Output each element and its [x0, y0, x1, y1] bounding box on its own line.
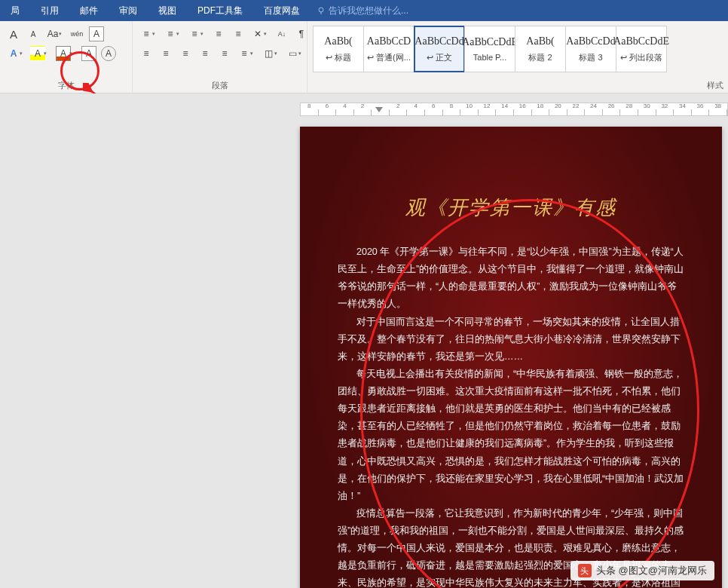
- paragraph-group: ≡▾ ≡▾ ≡▾ ≡ ≡ ✕▾ A↓ ¶ ≡ ≡ ≡ ≡ ≡ ≡▾ ◫▾ ▭▾ …: [133, 21, 307, 93]
- sort-button[interactable]: A↓: [274, 26, 289, 41]
- grow-font-button[interactable]: A: [6, 26, 21, 41]
- increase-indent-button[interactable]: ≡: [231, 26, 246, 41]
- bullets-button[interactable]: ≡▾: [139, 26, 158, 41]
- decrease-indent-button[interactable]: ≡: [211, 26, 226, 41]
- watermark: 头 头条 @图文@河南龙网乐: [570, 561, 714, 580]
- show-marks-button[interactable]: ¶: [294, 26, 309, 41]
- line-spacing-button[interactable]: ≡▾: [237, 46, 256, 61]
- distribute-button[interactable]: ≡: [217, 46, 232, 61]
- font-group-label: 字体: [0, 80, 132, 91]
- svg-point-0: [319, 8, 323, 12]
- tab-baidu-netdisk[interactable]: 百度网盘: [253, 0, 310, 21]
- watermark-text: 头条 @图文@河南龙网乐: [596, 564, 707, 577]
- indent-marker-icon[interactable]: [375, 107, 383, 112]
- style-item[interactable]: AaBbCcD↩ 普通(网...: [363, 26, 414, 72]
- style-item[interactable]: AaBbCcDdETable P...: [464, 26, 515, 72]
- toutiao-logo-icon: 头: [578, 564, 592, 577]
- align-left-button[interactable]: ≡: [139, 46, 154, 61]
- tab-review[interactable]: 审阅: [109, 0, 148, 21]
- shading-button[interactable]: ◫▾: [261, 46, 280, 61]
- dropdown-icon: ▾: [59, 31, 65, 37]
- highlight-button[interactable]: A▾: [30, 46, 50, 61]
- document-canvas: 86422468101214161820222426283032343638 ⚓…: [0, 93, 728, 588]
- document-title[interactable]: 观《开学第一课》有感: [338, 194, 684, 221]
- style-item[interactable]: AaBbCcDd标题 3: [565, 26, 616, 72]
- styles-group-label: 样式: [307, 80, 728, 91]
- style-item[interactable]: AaBbCcDd↩ 正文: [414, 26, 465, 72]
- phonetic-guide-button[interactable]: wén: [69, 26, 84, 41]
- ribbon: A A Aa▾ wén A A▾ A▾ A▾ A A 字体 ≡▾ ≡▾ ≡▾ ≡…: [0, 21, 728, 93]
- align-right-button[interactable]: ≡: [178, 46, 193, 61]
- tab-mailings[interactable]: 邮件: [69, 0, 109, 21]
- style-item[interactable]: AaBbCcDdE↩ 列出段落: [616, 26, 667, 72]
- text-effects-button[interactable]: A▾: [6, 46, 26, 61]
- numbering-button[interactable]: ≡▾: [163, 26, 182, 41]
- font-group: A A Aa▾ wén A A▾ A▾ A▾ A A 字体: [0, 21, 133, 93]
- borders-button[interactable]: ▭▾: [285, 46, 304, 61]
- tab-view[interactable]: 视图: [148, 0, 187, 21]
- tell-me-search[interactable]: 告诉我您想做什么...: [317, 5, 408, 17]
- document-body[interactable]: 2020 年《开学第一课》与往年不同，是“以少年强，中国强”为主题，传递“人民至…: [338, 243, 684, 588]
- lightbulb-icon: [317, 6, 326, 15]
- align-center-button[interactable]: ≡: [158, 46, 173, 61]
- tab-pdf-tools[interactable]: PDF工具集: [187, 0, 253, 21]
- tab-references[interactable]: 引用: [30, 0, 69, 21]
- styles-group: AaBb(↩ 标题AaBbCcD↩ 普通(网...AaBbCcDd↩ 正文AaB…: [307, 21, 728, 93]
- change-case-button[interactable]: Aa▾: [45, 26, 65, 41]
- enclose-characters-button[interactable]: A: [101, 46, 116, 61]
- justify-button[interactable]: ≡: [197, 46, 213, 61]
- font-color-button[interactable]: A▾: [54, 46, 77, 61]
- multilevel-list-button[interactable]: ≡▾: [187, 26, 206, 41]
- tab-layout[interactable]: 局: [0, 0, 30, 21]
- styles-gallery-row: AaBb(↩ 标题AaBbCcD↩ 普通(网...AaBbCcDd↩ 正文AaB…: [314, 26, 722, 72]
- tell-me-placeholder: 告诉我您想做什么...: [329, 5, 408, 17]
- character-shading-button[interactable]: A: [81, 46, 96, 61]
- style-item[interactable]: AaBb(标题 2: [515, 26, 566, 72]
- character-border-button[interactable]: A: [89, 26, 104, 41]
- style-item[interactable]: AaBb(↩ 标题: [313, 26, 364, 72]
- tab-bar: 局 引用 邮件 审阅 视图 PDF工具集 百度网盘 告诉我您想做什么...: [0, 0, 728, 21]
- asian-layout-button[interactable]: ✕▾: [250, 26, 270, 41]
- document-page[interactable]: ⚓ 观《开学第一课》有感 2020 年《开学第一课》与往年不同，是“以少年强，中…: [300, 127, 722, 588]
- paragraph-group-label: 段落: [133, 80, 307, 91]
- horizontal-ruler[interactable]: 86422468101214161820222426283032343638: [300, 103, 728, 116]
- shrink-font-button[interactable]: A: [26, 26, 41, 41]
